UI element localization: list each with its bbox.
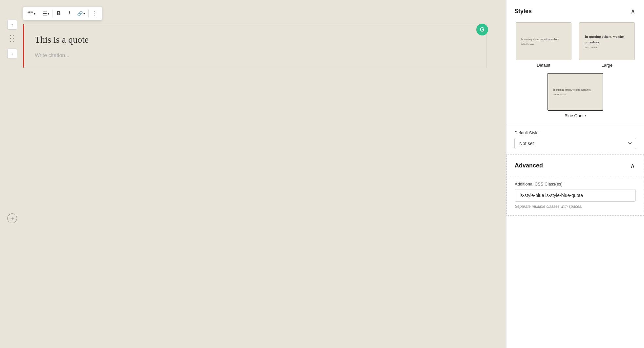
grammarly-letter: G [480,26,484,33]
up-arrow-icon: ↑ [11,22,13,27]
move-up-button[interactable]: ↑ [7,20,17,30]
style-thumb-text-default: In quoting others, we cite ourselves. [521,37,566,41]
style-thumbnail-large: In quoting others, we cite ourselves. Ju… [579,22,635,60]
align-icon: ☰ [42,11,47,17]
grammarly-badge[interactable]: G [476,24,488,35]
styles-section: Styles ∧ In quoting others, we cite ours… [506,0,644,125]
style-label-large: Large [602,63,612,68]
toolbar-divider-1 [39,10,39,17]
css-classes-label: Additional CSS Class(es) [515,182,636,186]
drag-dot [13,35,14,36]
align-chevron-icon: ▾ [48,12,49,15]
advanced-section: Advanced ∧ Additional CSS Class(es) Sepa… [506,155,644,216]
drag-dot [10,38,11,39]
drag-dot [10,41,11,42]
toolbar-divider-3 [88,10,89,17]
left-controls: ↑ ↓ [7,20,17,58]
style-thumb-author-blue-quote: Julio Cortázar [553,93,597,96]
style-thumbnail-blue-quote: In quoting others, we cite ourselves. Ju… [547,73,603,111]
italic-label: I [69,11,70,16]
advanced-header: Advanced ∧ [507,155,644,176]
more-options-icon: ⋮ [92,10,98,17]
drag-dot [13,41,14,42]
styles-title: Styles [514,8,532,15]
collapse-icon: ∧ [631,8,635,15]
style-thumb-text-blue-quote: In quoting others, we cite ourselves. [553,88,597,92]
style-label-blue-quote: Blue Quote [565,113,586,118]
move-down-button[interactable]: ↓ [7,49,17,58]
drag-handle[interactable] [8,33,16,45]
advanced-title: Advanced [515,162,543,169]
advanced-collapse-button[interactable]: ∧ [630,161,636,170]
quote-left-border [23,24,24,68]
italic-button[interactable]: I [64,8,75,19]
cite-placeholder[interactable]: Write citation... [35,53,474,58]
css-classes-hint: Separate multiple classes with spaces. [515,204,636,209]
link-icon: 🔗 [77,11,83,16]
style-card-large[interactable]: In quoting others, we cite ourselves. Ju… [578,22,636,68]
toolbar-divider-2 [53,10,53,17]
advanced-collapse-icon: ∧ [630,162,635,169]
add-block-button[interactable]: + [7,213,17,223]
style-card-blue-quote[interactable]: In quoting others, we cite ourselves. Ju… [514,73,636,118]
toolbar-group-quote: ❝❞ ▾ [25,8,38,19]
link-button[interactable]: 🔗 ▾ [75,8,88,19]
toolbar-group-align: ☰ ▾ [40,8,52,19]
styles-header: Styles ∧ [514,7,636,16]
style-label-default: Default [537,63,550,68]
style-thumb-author-default: Julio Cortázar [521,43,566,45]
align-button[interactable]: ☰ ▾ [40,8,52,19]
quote-type-button[interactable]: ❝❞ ▾ [25,8,38,19]
down-arrow-icon: ↓ [11,51,13,56]
right-sidebar: Styles ∧ In quoting others, we cite ours… [506,0,644,348]
quote-block[interactable]: This is a quote Write citation... [23,24,486,68]
styles-grid-bottom: In quoting others, we cite ourselves. Ju… [514,73,636,118]
editor-area: ❝❞ ▾ ☰ ▾ B I 🔗 ▾ ⋮ ↑ [0,0,506,348]
styles-grid: In quoting others, we cite ourselves. Ju… [514,22,636,68]
add-icon: + [10,215,14,222]
style-thumb-author-large: Julio Cortázar [585,46,629,49]
style-thumbnail-default: In quoting others, we cite ourselves. Ju… [516,22,571,60]
advanced-content: Additional CSS Class(es) Separate multip… [507,176,644,215]
default-style-select[interactable]: Not set Default Large Blue Quote [514,138,636,149]
link-chevron-icon: ▾ [83,12,85,15]
quote-text[interactable]: This is a quote [35,33,474,46]
quote-icon: ❝❞ [27,11,33,17]
drag-dot [10,35,11,36]
drag-dot [13,38,14,39]
quote-chevron-icon: ▾ [34,12,35,15]
default-style-label: Default Style [514,130,636,135]
bold-label: B [57,11,61,16]
styles-collapse-button[interactable]: ∧ [630,7,636,16]
default-style-section: Default Style Not set Default Large Blue… [506,125,644,155]
bold-button[interactable]: B [54,8,64,19]
style-thumb-text-large: In quoting others, we cite ourselves. [585,34,629,45]
more-options-button[interactable]: ⋮ [89,8,100,19]
block-toolbar: ❝❞ ▾ ☰ ▾ B I 🔗 ▾ ⋮ [23,7,102,20]
style-card-default[interactable]: In quoting others, we cite ourselves. Ju… [514,22,573,68]
css-classes-input[interactable] [515,189,636,202]
